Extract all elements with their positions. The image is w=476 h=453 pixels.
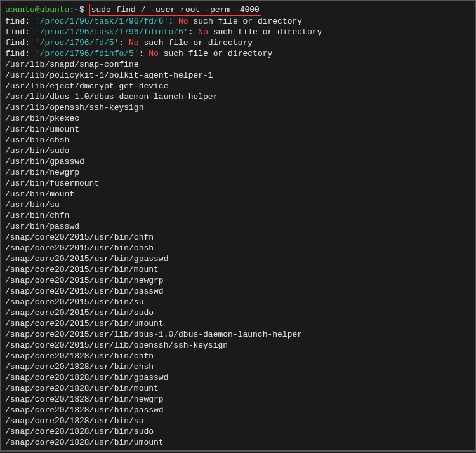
error-line: find: '/proc/1796/task/1796/fd/6': No su… <box>5 16 471 27</box>
result-line: /snap/core20/2015/usr/bin/su <box>5 297 471 308</box>
result-line: /usr/bin/mount <box>5 189 471 199</box>
result-line: /snap/core20/1828/usr/bin/passwd <box>5 405 471 416</box>
error-post: such file or directory <box>159 49 272 58</box>
result-line: /snap/core20/2015/usr/lib/dbus-1.0/dbus-… <box>5 329 471 340</box>
result-line: /usr/bin/gpasswd <box>5 156 471 167</box>
result-line: /snap/core20/2015/usr/bin/sudo <box>5 308 471 318</box>
error-mid: : <box>119 38 129 48</box>
result-line: /snap/core20/2015/usr/bin/chfn <box>5 232 471 243</box>
error-mid: : <box>168 17 178 26</box>
result-line: /snap/core20/2015/usr/bin/gpasswd <box>5 254 471 264</box>
result-line: /usr/lib/eject/dmcrypt-get-device <box>5 81 471 91</box>
result-line: /usr/lib/dbus-1.0/dbus-daemon-launch-hel… <box>5 91 471 102</box>
error-post: such file or directory <box>139 38 253 48</box>
error-prefix: find: <box>5 49 35 58</box>
error-post: such file or directory <box>188 17 302 26</box>
error-path: '/proc/1796/fd/5' <box>35 38 119 48</box>
result-line: /usr/lib/snapd/snap-confine <box>5 59 471 70</box>
result-line: /snap/core20/1828/usr/bin/umount <box>5 437 471 448</box>
error-prefix: find: <box>5 38 35 48</box>
error-no: No <box>198 27 208 37</box>
result-line: /usr/bin/umount <box>5 124 471 135</box>
error-line: find: '/proc/1796/fd/5': No such file or… <box>5 37 471 48</box>
error-prefix: find: <box>5 27 35 37</box>
terminal-window[interactable]: ubuntu@ubuntu:~$ sudo find / -user root … <box>0 0 476 452</box>
result-line: /usr/lib/openssh/ssh-keysign <box>5 102 471 113</box>
result-output: /usr/lib/snapd/snap-confine/usr/lib/poli… <box>5 59 471 448</box>
error-path: '/proc/1796/task/1796/fd/6' <box>35 17 169 26</box>
error-output: find: '/proc/1796/task/1796/fd/6': No su… <box>5 16 471 59</box>
error-no: No <box>149 49 159 58</box>
error-line: find: '/proc/1796/fdinfo/5': No such fil… <box>5 48 471 59</box>
error-line: find: '/proc/1796/task/1796/fdinfo/6': N… <box>5 27 471 37</box>
error-no: No <box>178 17 188 26</box>
command-text: sudo find / -user root -perm -4000 <box>91 5 260 15</box>
prompt-path: ~ <box>74 5 79 15</box>
result-line: /snap/core20/1828/usr/bin/chfn <box>5 351 471 362</box>
result-line: /snap/core20/2015/usr/bin/umount <box>5 318 471 329</box>
result-line: /usr/bin/sudo <box>5 145 471 156</box>
command-highlight-box: sudo find / -user root -perm -4000 <box>89 4 261 16</box>
result-line: /snap/core20/2015/usr/bin/passwd <box>5 286 471 297</box>
error-mid: : <box>139 49 149 58</box>
result-line: /snap/core20/2015/usr/lib/openssh/ssh-ke… <box>5 340 471 351</box>
result-line: /snap/core20/1828/usr/bin/mount <box>5 383 471 394</box>
error-path: '/proc/1796/task/1796/fdinfo/6' <box>35 27 188 37</box>
result-line: /snap/core20/2015/usr/bin/newgrp <box>5 275 471 286</box>
result-line: /usr/bin/pkexec <box>5 113 471 124</box>
result-line: /snap/core20/1828/usr/bin/chsh <box>5 362 471 372</box>
result-line: /snap/core20/1828/usr/bin/gpasswd <box>5 372 471 383</box>
result-line: /usr/lib/policykit-1/polkit-agent-helper… <box>5 70 471 81</box>
result-line: /snap/core20/2015/usr/bin/chsh <box>5 243 471 254</box>
command-line: ubuntu@ubuntu:~$ sudo find / -user root … <box>5 4 471 16</box>
prompt-user: ubuntu@ubuntu <box>5 5 69 15</box>
result-line: /usr/bin/su <box>5 199 471 210</box>
prompt-sep2: $ <box>79 5 89 15</box>
result-line: /snap/core20/1828/usr/bin/newgrp <box>5 394 471 405</box>
error-prefix: find: <box>5 17 35 26</box>
result-line: /usr/bin/fusermount <box>5 178 471 189</box>
error-no: No <box>129 38 139 48</box>
result-line: /snap/core20/2015/usr/bin/mount <box>5 264 471 275</box>
result-line: /usr/bin/passwd <box>5 221 471 232</box>
error-post: such file or directory <box>208 27 322 37</box>
result-line: /usr/bin/newgrp <box>5 167 471 178</box>
result-line: /usr/bin/chsh <box>5 135 471 145</box>
result-line: /usr/bin/chfn <box>5 210 471 221</box>
error-path: '/proc/1796/fdinfo/5' <box>35 49 139 58</box>
result-line: /snap/core20/1828/usr/bin/sudo <box>5 426 471 437</box>
error-mid: : <box>188 27 199 37</box>
result-line: /snap/core20/1828/usr/bin/su <box>5 416 471 426</box>
